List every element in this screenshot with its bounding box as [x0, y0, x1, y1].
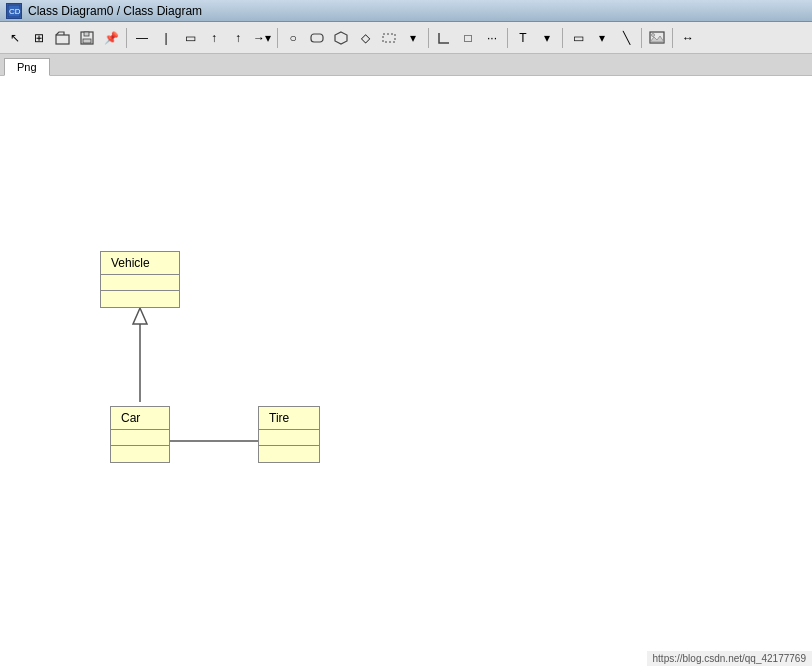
- dotted-line-tool[interactable]: ···: [481, 27, 503, 49]
- L-shape-tool[interactable]: [433, 27, 455, 49]
- svg-rect-2: [56, 35, 69, 44]
- vehicle-class[interactable]: Vehicle: [100, 251, 180, 308]
- sep5: [562, 28, 563, 48]
- title-bar: CD Class Diagram0 / Class Diagram: [0, 0, 812, 22]
- svg-rect-8: [383, 34, 395, 42]
- connectors-svg: [0, 76, 812, 666]
- text-tool[interactable]: T: [512, 27, 534, 49]
- sep6: [641, 28, 642, 48]
- sep4: [507, 28, 508, 48]
- diagonal-tool[interactable]: ╲: [615, 27, 637, 49]
- save-tool[interactable]: [76, 27, 98, 49]
- vehicle-class-name: Vehicle: [101, 252, 179, 275]
- tire-attributes: [259, 430, 319, 446]
- svg-rect-6: [311, 34, 323, 42]
- inheritance-arrowhead: [133, 308, 147, 324]
- dropdown2[interactable]: ▾: [536, 27, 558, 49]
- svg-marker-10: [650, 36, 664, 42]
- car-class-name: Car: [111, 407, 169, 430]
- window-title: Class Diagram0 / Class Diagram: [28, 4, 202, 18]
- svg-text:CD: CD: [9, 7, 21, 16]
- svg-marker-7: [335, 32, 347, 44]
- sep7: [672, 28, 673, 48]
- toolbar: ↖ ⊞ 📌 — | ▭ ↑ ↑ →▾ ○ ◇ ▾ □ ··· T ▾ ▭ ▾ ╲…: [0, 22, 812, 54]
- tire-methods: [259, 446, 319, 462]
- diagram-canvas: Vehicle Car Tire: [0, 76, 812, 666]
- vehicle-attributes: [101, 275, 179, 291]
- grid-tool[interactable]: ⊞: [28, 27, 50, 49]
- rect2-tool[interactable]: ▭: [567, 27, 589, 49]
- svg-point-11: [652, 34, 655, 37]
- line-tool[interactable]: —: [131, 27, 153, 49]
- dropdown3[interactable]: ▾: [591, 27, 613, 49]
- sep1: [126, 28, 127, 48]
- rect-tool[interactable]: □: [457, 27, 479, 49]
- sep3: [428, 28, 429, 48]
- sep2: [277, 28, 278, 48]
- open-tool[interactable]: [52, 27, 74, 49]
- textbox-tool[interactable]: ▭: [179, 27, 201, 49]
- pin-tool[interactable]: 📌: [100, 27, 122, 49]
- rect-dash-tool[interactable]: [378, 27, 400, 49]
- diamond-tool[interactable]: ◇: [354, 27, 376, 49]
- svg-rect-4: [83, 39, 91, 43]
- car-class[interactable]: Car: [110, 406, 170, 463]
- tab-bar: Png: [0, 54, 812, 76]
- png-tab[interactable]: Png: [4, 58, 50, 76]
- image-tool[interactable]: [646, 27, 668, 49]
- svg-rect-5: [84, 32, 89, 36]
- circle-tool[interactable]: ○: [282, 27, 304, 49]
- dropdown1[interactable]: ▾: [402, 27, 424, 49]
- car-methods: [111, 446, 169, 462]
- arrow-right-tool[interactable]: →▾: [251, 27, 273, 49]
- zoom-tool[interactable]: ↔: [677, 27, 699, 49]
- vehicle-methods: [101, 291, 179, 307]
- tire-class[interactable]: Tire: [258, 406, 320, 463]
- arrow-up-tool[interactable]: ↑: [203, 27, 225, 49]
- app-icon: CD: [6, 3, 22, 19]
- tire-class-name: Tire: [259, 407, 319, 430]
- hexagon-tool[interactable]: [330, 27, 352, 49]
- select-tool[interactable]: ↖: [4, 27, 26, 49]
- status-bar: https://blog.csdn.net/qq_42177769: [647, 651, 812, 666]
- rounded-rect-tool[interactable]: [306, 27, 328, 49]
- arrow-up2-tool[interactable]: ↑: [227, 27, 249, 49]
- status-url: https://blog.csdn.net/qq_42177769: [653, 653, 806, 664]
- v-line-tool[interactable]: |: [155, 27, 177, 49]
- car-attributes: [111, 430, 169, 446]
